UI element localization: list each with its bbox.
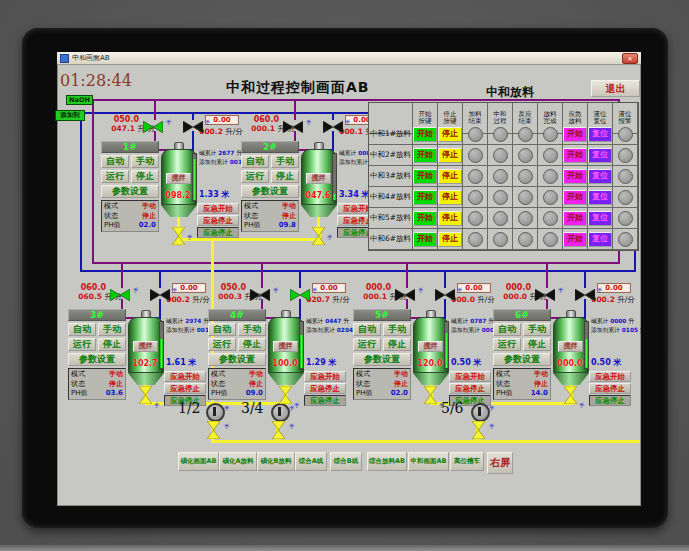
table-cell bbox=[538, 187, 563, 208]
nav-button-6[interactable]: 综合放料AB bbox=[367, 452, 407, 471]
params-button[interactable]: 参数设置 bbox=[68, 353, 126, 366]
row-stop-button[interactable]: 停止 bbox=[438, 211, 462, 226]
emergency-stop-button[interactable]: 应急停止 bbox=[304, 383, 346, 394]
auto-button[interactable]: 自动 bbox=[101, 155, 129, 168]
row-start-button[interactable]: 开始 bbox=[413, 211, 437, 226]
manual-button[interactable]: 手动 bbox=[98, 323, 126, 336]
run-button[interactable]: 运行 bbox=[353, 338, 381, 351]
run-button[interactable]: 运行 bbox=[493, 338, 521, 351]
emergency-stop-button[interactable]: 应急停止 bbox=[449, 383, 491, 394]
stop-button[interactable]: 停止 bbox=[523, 338, 551, 351]
auto-button[interactable]: 自动 bbox=[208, 323, 236, 336]
params-button[interactable]: 参数设置 bbox=[493, 353, 551, 366]
mode-value: 手动 bbox=[142, 202, 156, 212]
status-lamp bbox=[493, 148, 508, 163]
row-emergency-button[interactable]: 开始 bbox=[563, 190, 587, 205]
tank-level-value: 098.2 bbox=[162, 191, 194, 200]
row-start-button[interactable]: 开始 bbox=[413, 148, 437, 163]
row-stop-button[interactable]: 停止 bbox=[438, 232, 462, 247]
mode-value: 手动 bbox=[109, 370, 123, 380]
params-button[interactable]: 参数设置 bbox=[101, 185, 159, 198]
run-button[interactable]: 运行 bbox=[68, 338, 96, 351]
stop-button[interactable]: 停止 bbox=[383, 338, 411, 351]
alarm-lamp bbox=[618, 232, 633, 247]
discharge-panel-title: 中和放料 bbox=[455, 84, 565, 101]
emergency-start-button[interactable]: 应急开始 bbox=[449, 371, 491, 382]
row-emergency-button[interactable]: 开始 bbox=[563, 127, 587, 142]
nav-button-2[interactable]: 磺化A放料 bbox=[219, 452, 257, 471]
nav-button-7[interactable]: 中和画面AB bbox=[408, 452, 449, 471]
params-button[interactable]: 参数设置 bbox=[241, 185, 299, 198]
pump-outlet-valve-icon bbox=[472, 421, 485, 439]
stop-button[interactable]: 停止 bbox=[271, 170, 299, 183]
run-button[interactable]: 运行 bbox=[241, 170, 269, 183]
row-emergency-button[interactable]: 开始 bbox=[563, 169, 587, 184]
mixer-button[interactable]: 搅拌 bbox=[558, 341, 583, 352]
mixer-button[interactable]: 搅拌 bbox=[418, 341, 443, 352]
manual-button[interactable]: 手动 bbox=[131, 155, 159, 168]
auto-button[interactable]: 自动 bbox=[353, 323, 381, 336]
status-lamp bbox=[518, 211, 533, 226]
row-reset-button[interactable]: 复位 bbox=[588, 190, 612, 205]
close-icon[interactable]: ✕ bbox=[622, 53, 638, 64]
row-reset-button[interactable]: 复位 bbox=[588, 148, 612, 163]
auto-button[interactable]: 自动 bbox=[493, 323, 521, 336]
nav-button-8[interactable]: 高位槽车 bbox=[450, 452, 484, 471]
manual-button[interactable]: 手动 bbox=[238, 323, 266, 336]
manual-button[interactable]: 手动 bbox=[383, 323, 411, 336]
row-emergency-button[interactable]: 开始 bbox=[563, 211, 587, 226]
row-start-button[interactable]: 开始 bbox=[413, 232, 437, 247]
mixer-button[interactable]: 搅拌 bbox=[133, 341, 158, 352]
stop-button[interactable]: 停止 bbox=[98, 338, 126, 351]
row-reset-button[interactable]: 复位 bbox=[588, 211, 612, 226]
row-start-button[interactable]: 开始 bbox=[413, 127, 437, 142]
row-reset-button[interactable]: 复位 bbox=[588, 127, 612, 142]
emergency-start-button[interactable]: 应急开始 bbox=[197, 203, 239, 214]
mode-value: 手动 bbox=[249, 370, 263, 380]
manual-button[interactable]: 手动 bbox=[271, 155, 299, 168]
stop-button[interactable]: 停止 bbox=[238, 338, 266, 351]
run-button[interactable]: 运行 bbox=[101, 170, 129, 183]
row-stop-button[interactable]: 停止 bbox=[438, 127, 462, 142]
row-reset-button[interactable]: 复位 bbox=[588, 169, 612, 184]
status-lamp bbox=[493, 127, 508, 142]
additive-valve-icon bbox=[323, 121, 343, 133]
row-start-button[interactable]: 开始 bbox=[413, 169, 437, 184]
tank-level-meters: 1.29 米 bbox=[306, 357, 337, 368]
auto-button[interactable]: 自动 bbox=[68, 323, 96, 336]
status-lamp bbox=[468, 211, 483, 226]
nav-button-9[interactable]: 右屏 bbox=[487, 452, 513, 474]
row-emergency-button[interactable]: 开始 bbox=[563, 148, 587, 163]
exit-button[interactable]: 退出 bbox=[591, 80, 640, 97]
window-titlebar: 中和画面AB ✕ bbox=[57, 52, 641, 65]
params-button[interactable]: 参数设置 bbox=[208, 353, 266, 366]
naoh-valve-icon bbox=[283, 121, 303, 133]
nav-button-4[interactable]: 综合A线 bbox=[295, 452, 327, 471]
nav-button-5[interactable]: 综合B线 bbox=[330, 452, 362, 471]
emergency-start-button[interactable]: 应急开始 bbox=[304, 371, 346, 382]
emergency-start-button[interactable]: 应急开始 bbox=[164, 371, 206, 382]
status-lamp bbox=[543, 169, 558, 184]
emergency-stop-button[interactable]: 应急停止 bbox=[197, 215, 239, 226]
mixer-button[interactable]: 搅拌 bbox=[306, 173, 331, 184]
row-start-button[interactable]: 开始 bbox=[413, 190, 437, 205]
manual-button[interactable]: 手动 bbox=[523, 323, 551, 336]
auto-button[interactable]: 自动 bbox=[241, 155, 269, 168]
stop-button[interactable]: 停止 bbox=[131, 170, 159, 183]
row-stop-button[interactable]: 停止 bbox=[438, 148, 462, 163]
run-button[interactable]: 运行 bbox=[208, 338, 236, 351]
params-button[interactable]: 参数设置 bbox=[353, 353, 411, 366]
row-reset-button[interactable]: 复位 bbox=[588, 232, 612, 247]
emergency-start-button[interactable]: 应急开始 bbox=[589, 371, 631, 382]
additive-valve-icon bbox=[575, 289, 595, 301]
mixer-button[interactable]: 搅拌 bbox=[166, 173, 191, 184]
nav-button-3[interactable]: 磺化B放料 bbox=[257, 452, 295, 471]
emergency-stop-button[interactable]: 应急停止 bbox=[164, 383, 206, 394]
mixer-button[interactable]: 搅拌 bbox=[273, 341, 298, 352]
row-stop-button[interactable]: 停止 bbox=[438, 169, 462, 184]
emergency-stopped-indicator: 应急停止 bbox=[197, 227, 239, 238]
nav-button-1[interactable]: 磺化画面AB bbox=[178, 452, 219, 471]
row-stop-button[interactable]: 停止 bbox=[438, 190, 462, 205]
row-emergency-button[interactable]: 开始 bbox=[563, 232, 587, 247]
emergency-stop-button[interactable]: 应急停止 bbox=[589, 383, 631, 394]
